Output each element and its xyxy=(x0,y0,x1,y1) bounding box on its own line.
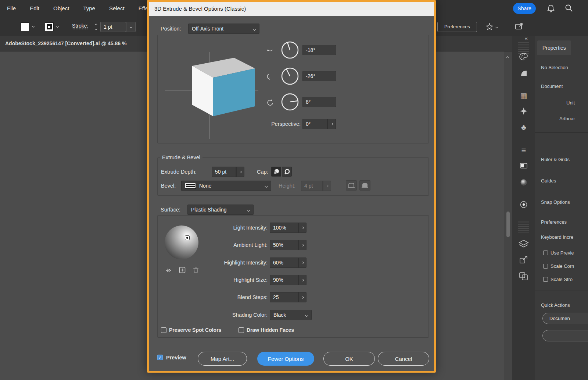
preview-checkbox[interactable]: ✓ xyxy=(157,355,163,360)
move-light-back-icon[interactable] xyxy=(165,267,172,274)
light-intensity-stepper[interactable] xyxy=(298,223,306,233)
collapse-panel-icon[interactable]: « xyxy=(525,35,527,41)
dialog-title-bar[interactable]: 3D Extrude & Bevel Options (Classic) xyxy=(149,2,434,16)
fewer-options-button[interactable]: Fewer Options xyxy=(257,352,314,366)
highlight-intensity-label: Highlight Intensity: xyxy=(172,258,268,268)
quick-actions-label: Quick Actions xyxy=(541,302,570,309)
bevel-extent-out-button xyxy=(346,180,357,191)
ambient-light-input[interactable]: 50% xyxy=(270,240,298,250)
stroke-color-swatch[interactable] xyxy=(45,22,54,31)
symbols-icon[interactable]: ♣ xyxy=(512,123,535,132)
rotate-x-dial[interactable] xyxy=(281,41,299,59)
perspective-input[interactable]: 0° xyxy=(302,119,327,129)
transparency-sphere-icon[interactable] xyxy=(512,178,535,187)
scrollbar-thumb[interactable] xyxy=(506,212,510,237)
document-tab[interactable]: AdobeStock_239256147 [Converted].ai @ 45… xyxy=(5,36,126,51)
share-button[interactable]: Share xyxy=(513,3,536,14)
snap-options-icon[interactable] xyxy=(485,22,494,31)
cap-off-button[interactable] xyxy=(282,167,292,177)
search-icon[interactable] xyxy=(564,4,573,13)
stroke-weight-input[interactable]: 1 pt xyxy=(100,22,126,32)
blend-steps-input[interactable]: 25 xyxy=(270,292,298,302)
stroke-weight-up-icon[interactable] xyxy=(95,24,97,26)
highlight-intensity-stepper[interactable] xyxy=(298,258,306,268)
menu-edit[interactable]: Edit xyxy=(23,0,46,17)
color-palette-icon[interactable] xyxy=(512,52,535,61)
preferences-button[interactable]: Preferences xyxy=(437,22,477,32)
launch-workspace-icon[interactable] xyxy=(514,22,524,32)
shape-fin-icon[interactable] xyxy=(512,69,535,77)
right-panel: « ▦ ♣ ≡ xyxy=(512,36,588,380)
highlight-size-stepper[interactable] xyxy=(298,275,306,285)
panel-item-guides[interactable]: Guides xyxy=(541,177,556,185)
panel-item-snap-options[interactable]: Snap Options xyxy=(541,199,570,206)
gradient-panel-icon[interactable] xyxy=(512,162,535,170)
shading-color-dropdown[interactable]: Black xyxy=(270,310,312,320)
blend-steps-stepper[interactable] xyxy=(298,292,306,302)
selection-status: No Selection xyxy=(541,64,568,71)
vertical-scrollbar[interactable] xyxy=(504,52,512,380)
fill-dropdown-chevron-icon[interactable] xyxy=(32,25,35,28)
rotate-z-dial[interactable] xyxy=(281,93,299,111)
attributes-target-icon[interactable] xyxy=(512,200,535,209)
rotate-y-dial[interactable] xyxy=(281,67,299,85)
panel-divider xyxy=(535,76,588,76)
cap-on-button[interactable] xyxy=(271,167,281,177)
scale-strokes-checkbox[interactable] xyxy=(543,277,548,282)
rotate-x-input[interactable]: -18° xyxy=(302,45,336,55)
fill-color-swatch[interactable] xyxy=(21,22,29,31)
use-preview-checkbox[interactable] xyxy=(543,251,548,255)
menu-type[interactable]: Type xyxy=(76,0,102,17)
ambient-light-stepper[interactable] xyxy=(298,240,306,250)
menu-file[interactable]: File xyxy=(0,0,23,17)
map-art-button[interactable]: Map Art... xyxy=(198,352,247,366)
menu-select[interactable]: Select xyxy=(102,0,132,17)
section-document: Document xyxy=(541,83,563,90)
document-setup-button[interactable]: Documen xyxy=(542,313,588,324)
cap-hollow-icon xyxy=(284,168,290,175)
panel-item-keyboard-increments[interactable]: Keyboard Incre xyxy=(541,234,573,241)
highlight-size-input[interactable]: 90% xyxy=(270,275,298,285)
stroke-weight-down-icon[interactable] xyxy=(95,28,97,30)
cancel-button[interactable]: Cancel xyxy=(378,352,429,366)
perspective-stepper[interactable] xyxy=(327,119,336,129)
rotate-z-input[interactable]: 8° xyxy=(302,97,336,107)
cap-solid-icon xyxy=(273,168,280,175)
artboards-icon[interactable] xyxy=(512,271,535,281)
position-dropdown[interactable]: Off-Axis Front xyxy=(188,24,259,34)
preserve-spot-colors-checkbox[interactable] xyxy=(161,327,166,333)
scroll-up-icon[interactable] xyxy=(506,56,509,59)
extrude-depth-stepper[interactable] xyxy=(236,167,244,177)
surface-dropdown[interactable]: Plastic Shading xyxy=(187,205,254,215)
rotate-x-axis-icon xyxy=(267,47,273,54)
extrude-depth-input[interactable]: 50 pt xyxy=(212,167,236,177)
export-icon[interactable] xyxy=(512,255,535,265)
scale-strokes-label: Scale Stro xyxy=(551,276,573,283)
notifications-bell-icon[interactable] xyxy=(547,4,555,13)
rotate-z-axis-icon xyxy=(267,99,273,106)
bevel-height-label: Height: xyxy=(279,181,295,191)
snap-options-chevron-icon[interactable] xyxy=(495,26,498,28)
ok-button[interactable]: OK xyxy=(323,352,375,366)
stroke-label[interactable]: Stroke: xyxy=(72,23,88,29)
swatches-icon[interactable]: ▦ xyxy=(512,91,535,100)
light-intensity-input[interactable]: 100% xyxy=(270,223,298,233)
highlight-intensity-input[interactable]: 60% xyxy=(270,258,298,268)
quick-action-button[interactable] xyxy=(542,330,588,341)
libraries-star-icon[interactable] xyxy=(512,107,535,116)
draw-hidden-faces-checkbox[interactable] xyxy=(239,327,244,333)
menu-object[interactable]: Object xyxy=(46,0,76,17)
bevel-dropdown[interactable]: None xyxy=(181,181,271,191)
layers-icon[interactable] xyxy=(512,239,535,249)
rotate-y-input[interactable]: -26° xyxy=(302,71,336,81)
bevel-extent-out-icon xyxy=(348,182,355,188)
dialog-body: Position: Off-Axis Front - xyxy=(149,16,434,371)
stroke-weight-dropdown[interactable] xyxy=(126,22,136,32)
scale-corners-checkbox[interactable] xyxy=(543,264,548,269)
tab-properties[interactable]: Properties xyxy=(537,40,571,55)
panel-item-ruler-grids[interactable]: Ruler & Grids xyxy=(541,156,570,163)
panel-item-preferences[interactable]: Preferences xyxy=(541,219,567,226)
track-cube-frame: -18° -26° 8° xyxy=(157,35,429,143)
stroke-dropdown-chevron-icon[interactable] xyxy=(56,25,59,28)
stroke-panel-icon[interactable]: ≡ xyxy=(512,146,535,155)
